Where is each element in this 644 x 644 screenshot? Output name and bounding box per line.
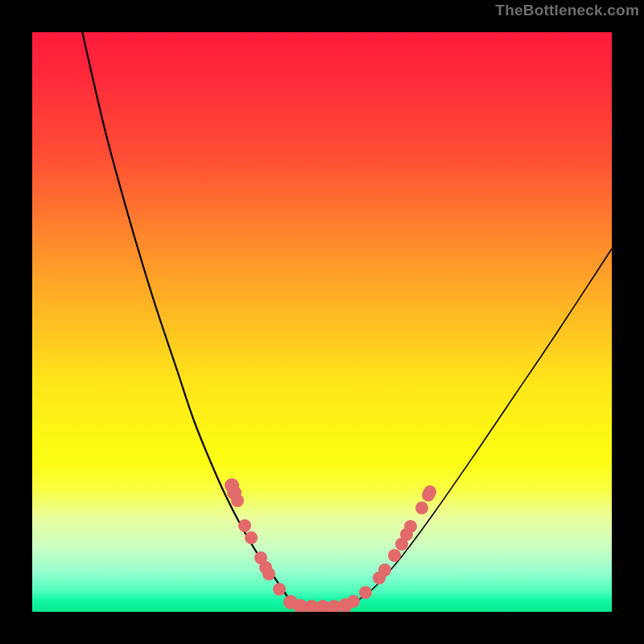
data-point — [404, 520, 417, 533]
bottleneck-curve-right — [284, 249, 612, 605]
data-point — [347, 595, 360, 608]
data-point — [423, 485, 436, 498]
data-point-group — [225, 478, 436, 612]
bottleneck-curve-left — [80, 32, 350, 605]
data-point — [231, 494, 244, 507]
data-point — [415, 502, 428, 514]
data-point — [245, 531, 258, 544]
data-point — [388, 549, 401, 562]
data-point — [273, 583, 286, 596]
attribution-label: TheBottleneck.com — [495, 2, 639, 19]
chart-wrapper: TheBottleneck.com — [0, 0, 644, 644]
data-point — [359, 586, 372, 599]
data-point — [238, 519, 251, 532]
curve-svg — [32, 32, 612, 612]
data-point — [378, 564, 391, 576]
plot-area — [32, 32, 612, 612]
data-point — [262, 568, 275, 580]
